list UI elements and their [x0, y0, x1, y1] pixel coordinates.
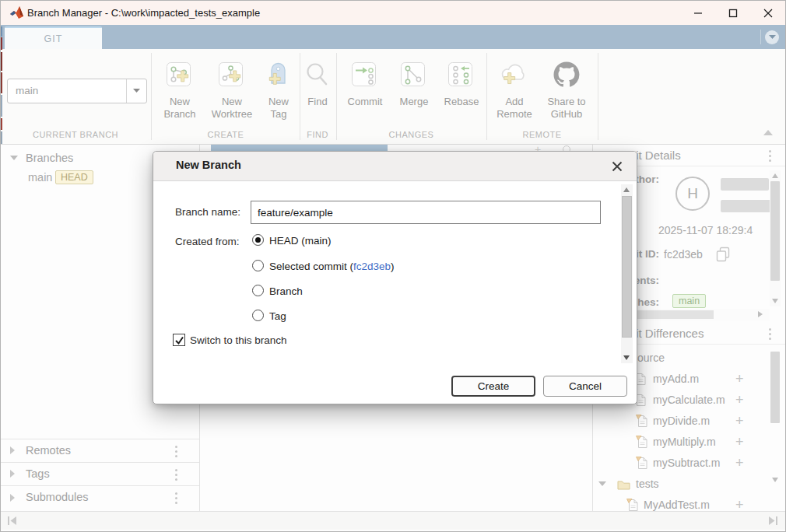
expand-arrow-icon[interactable]: [10, 446, 15, 454]
screen-edge-artifact: [1, 37, 2, 50]
radio-branch[interactable]: [252, 285, 264, 296]
tree-item-file[interactable]: myMultiply.m +: [593, 432, 770, 453]
tab-git[interactable]: GIT: [5, 26, 102, 49]
merge-button[interactable]: Merge: [391, 61, 437, 108]
titlebar: Branch Manager - C:\work\impacted_tests_…: [1, 1, 785, 25]
find-label: Find: [307, 96, 327, 108]
create-button-label: Create: [478, 380, 510, 392]
tree-item-file[interactable]: MyAddTest.m +: [593, 495, 770, 511]
copy-icon[interactable]: [715, 247, 731, 265]
new-worktree-label: New Worktree: [205, 96, 258, 121]
scroll-to-end-icon[interactable]: [767, 516, 778, 526]
pinned-file-icon: [636, 457, 648, 470]
new-worktree-button[interactable]: New Worktree: [205, 61, 258, 121]
tags-label: Tags: [26, 467, 50, 480]
branch-name-input[interactable]: [251, 201, 601, 224]
ribbon-separator: [760, 30, 761, 44]
radio-head[interactable]: [252, 234, 264, 246]
author-avatar: H: [675, 177, 710, 211]
add-to-compare-button[interactable]: +: [735, 497, 744, 511]
expand-arrow-icon[interactable]: [10, 470, 15, 478]
tags-menu-icon[interactable]: [175, 468, 177, 481]
ribbon-menu-button[interactable]: [765, 30, 779, 44]
scroll-up-icon[interactable]: [623, 187, 630, 192]
pinned-file-icon: [626, 499, 639, 511]
maximize-button[interactable]: [715, 1, 750, 25]
commit-link[interactable]: fc2d3eb: [353, 261, 391, 272]
rebase-button[interactable]: Rebase: [439, 61, 484, 108]
expand-arrow-icon[interactable]: [10, 494, 15, 502]
dialog-titlebar[interactable]: New Branch: [153, 152, 637, 181]
current-branch-value: main: [16, 85, 38, 96]
minimize-button[interactable]: [680, 1, 715, 25]
commit-date: 2025-11-07 18:29:4: [658, 224, 753, 236]
github-icon: [553, 61, 580, 96]
radio-branch-label: Branch: [269, 285, 303, 297]
tree-item-file[interactable]: mySubtract.m +: [593, 453, 770, 474]
create-button[interactable]: Create: [451, 376, 535, 397]
screen-edge-artifact: [1, 72, 2, 93]
collapse-arrow-icon[interactable]: [10, 156, 18, 160]
remotes-label: Remotes: [26, 444, 71, 457]
dialog-scrollbar[interactable]: [621, 184, 633, 363]
matlab-logo-icon: [9, 5, 24, 23]
commit-details-menu-icon[interactable]: [769, 149, 771, 163]
commit-differences-scrollbar[interactable]: [770, 348, 781, 496]
new-tag-icon: [266, 61, 291, 96]
collapse-toolbar-button[interactable]: [763, 130, 773, 135]
scrollbar-thumb[interactable]: [770, 352, 780, 423]
close-button[interactable]: [750, 1, 785, 25]
commit-button[interactable]: Commit: [341, 61, 389, 108]
selected-commit-row[interactable]: [211, 145, 388, 151]
cancel-button[interactable]: Cancel: [543, 376, 627, 397]
scrollbar-thumb[interactable]: [622, 196, 632, 338]
submodules-menu-icon[interactable]: [175, 492, 177, 505]
current-branch-dropdown[interactable]: main: [7, 79, 147, 103]
add-remote-button[interactable]: Add Remote: [490, 61, 539, 121]
add-to-compare-button[interactable]: +: [735, 371, 744, 387]
switch-branch-checkbox[interactable]: [173, 334, 185, 346]
scroll-down-icon[interactable]: [772, 478, 778, 482]
tree-item-file[interactable]: myDivide.m +: [593, 411, 770, 432]
group-label-find: FIND: [300, 130, 335, 139]
collapse-arrow-icon[interactable]: [598, 481, 606, 486]
find-button[interactable]: Find: [301, 61, 334, 108]
sidebar-item-submodules[interactable]: Submodules: [1, 485, 199, 511]
add-to-compare-button[interactable]: +: [735, 392, 744, 408]
new-branch-button[interactable]: New Branch: [156, 61, 204, 121]
scroll-down-icon[interactable]: [772, 299, 778, 303]
add-to-compare-button[interactable]: +: [735, 413, 744, 429]
group-separator: [336, 53, 337, 140]
created-from-label: Created from:: [175, 236, 240, 247]
tree-item-tests-folder[interactable]: tests: [593, 474, 770, 495]
tab-git-label: GIT: [44, 33, 63, 44]
scroll-up-icon[interactable]: [772, 173, 778, 178]
dialog-close-button[interactable]: [607, 157, 627, 176]
branch-manager-window: Branch Manager - C:\work\impacted_tests_…: [0, 0, 786, 532]
dropdown-arrow-button[interactable]: [126, 79, 146, 103]
add-remote-label: Add Remote: [490, 96, 539, 121]
sidebar-item-remotes[interactable]: Remotes: [1, 439, 199, 462]
commit-icon: [351, 61, 379, 96]
dialog-title: New Branch: [176, 159, 241, 171]
window-title: Branch Manager - C:\work\impacted_tests_…: [27, 7, 260, 19]
radio-tag[interactable]: [252, 310, 264, 321]
new-tag-button[interactable]: New Tag: [260, 61, 297, 121]
add-to-compare-button[interactable]: +: [735, 434, 744, 450]
sidebar-item-tags[interactable]: Tags: [1, 462, 199, 485]
commit-details-scrollbar[interactable]: [770, 170, 781, 306]
scroll-right-icon[interactable]: [758, 311, 763, 317]
radio-selected-commit[interactable]: [252, 260, 264, 271]
selected-commit-text: Selected commit: [269, 261, 347, 272]
remotes-menu-icon[interactable]: [175, 445, 177, 458]
scroll-to-start-icon[interactable]: [7, 516, 18, 526]
commit-differences-menu-icon[interactable]: [769, 327, 771, 341]
file-name: myMultiply.m: [653, 436, 716, 448]
scroll-down-icon[interactable]: [623, 355, 630, 360]
merge-icon: [400, 61, 428, 96]
file-name: myAdd.m: [653, 373, 699, 385]
share-to-github-button[interactable]: Share to GitHub: [541, 61, 592, 121]
author-name-redacted: [721, 178, 769, 191]
scrollbar-thumb[interactable]: [770, 181, 780, 281]
add-to-compare-button[interactable]: +: [735, 455, 744, 471]
